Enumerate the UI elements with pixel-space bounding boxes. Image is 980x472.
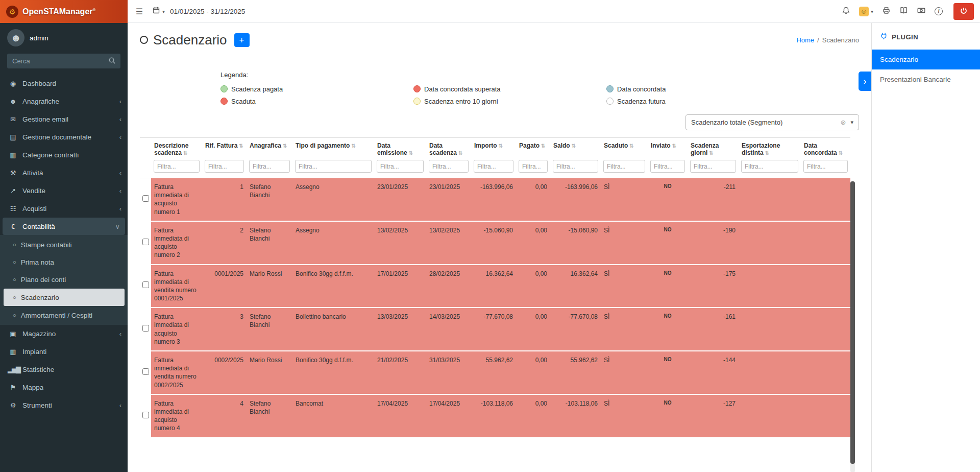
cell-data-emissione: 13/03/2025 xyxy=(374,308,426,351)
sidebar-subitem-stampe-contabili[interactable]: ○Stampe contabili xyxy=(0,236,128,253)
table-row[interactable]: Fattura immediata di acquisto numero 33S… xyxy=(140,308,850,351)
sidebar-subitem-prima-nota[interactable]: ○Prima nota xyxy=(0,253,128,271)
sidebar-item-gestione-email[interactable]: ✉Gestione email‹ xyxy=(0,110,128,128)
cell-anagrafica: Stefano Bianchi xyxy=(247,308,292,351)
circle-icon: ○ xyxy=(13,259,16,265)
services-status-dropdown[interactable]: ☺ ▾ xyxy=(859,7,873,16)
legend-item-scadenza-futura: Scadenza futura xyxy=(606,98,859,105)
sidebar-subitem-ammortamenti-cespiti[interactable]: ○Ammortamenti / Cespiti xyxy=(0,306,128,324)
sidebar-item-vendite[interactable]: ↗Vendite‹ xyxy=(0,182,128,200)
notifications-button[interactable] xyxy=(842,6,850,16)
segment-selector[interactable]: Scadenzario totale (Segmento) ⊗ ▾ xyxy=(685,114,859,130)
cell-esportazione-distinta xyxy=(739,394,801,438)
plugin-item-scadenzario[interactable]: Scadenzario xyxy=(872,50,980,69)
table-row[interactable]: Fattura immediata di acquisto numero 22S… xyxy=(140,221,850,265)
row-checkbox[interactable] xyxy=(142,281,149,288)
column-header-saldo[interactable]: Saldo⇅ xyxy=(550,138,601,158)
column-header-inviato[interactable]: Inviato⇅ xyxy=(648,138,688,158)
cell-scaduto: SÌ xyxy=(601,221,648,265)
sidebar-subitem-piano-dei-conti[interactable]: ○Piano dei conti xyxy=(0,271,128,288)
column-header-data-concordata[interactable]: Data concordata⇅ xyxy=(801,138,850,158)
sidebar-item-magazzino[interactable]: ▣Magazzino‹ xyxy=(0,325,128,343)
column-header-scaduto[interactable]: Scaduto⇅ xyxy=(601,138,648,158)
row-checkbox[interactable] xyxy=(142,412,149,418)
row-checkbox[interactable] xyxy=(142,195,149,202)
sidebar-item-acquisti[interactable]: ☷Acquisti‹ xyxy=(0,200,128,218)
sidebar-item-categorie-contratti[interactable]: ▦Categorie contratti xyxy=(0,146,128,164)
breadcrumb-home-link[interactable]: Home xyxy=(796,36,814,44)
sidebar-item-mappa[interactable]: ⚑Mappa xyxy=(0,379,128,396)
filter-input-data-scadenza[interactable] xyxy=(429,160,469,173)
table-row[interactable]: Fattura immediata di vendita numero 0001… xyxy=(140,265,850,308)
plugin-panel-toggle-button[interactable]: › xyxy=(859,72,871,91)
row-checkbox-cell xyxy=(140,221,151,265)
row-checkbox[interactable] xyxy=(142,368,149,375)
sidebar-item-gestione-documentale[interactable]: ▤Gestione documentale‹ xyxy=(0,128,128,146)
filter-input-esportazione-distinta[interactable] xyxy=(741,160,798,173)
filter-input-data-concordata[interactable] xyxy=(803,160,848,173)
sort-icon: ⇅ xyxy=(672,143,676,149)
docs-button[interactable] xyxy=(899,6,908,16)
chevron-left-icon: ‹ xyxy=(119,133,121,141)
sidebar-item-dashboard[interactable]: ◉Dashboard xyxy=(0,75,128,92)
sidebar-toggle-button[interactable]: ☰ xyxy=(128,0,151,23)
sidebar-item-contabilit[interactable]: €Contabilità∨ xyxy=(3,218,125,235)
column-header-tipo-di-pagamento[interactable]: Tipo di pagamento⇅ xyxy=(292,138,374,158)
column-header-pagato[interactable]: Pagato⇅ xyxy=(516,138,550,158)
column-header-data-scadenza[interactable]: Data scadenza⇅ xyxy=(426,138,471,158)
clear-icon[interactable]: ⊗ xyxy=(841,119,846,126)
sidebar-item-attivit[interactable]: ⚒Attività‹ xyxy=(0,164,128,182)
app-logo[interactable]: ⚙ OpenSTAManager® xyxy=(0,0,128,23)
row-checkbox[interactable] xyxy=(142,325,149,332)
scrollbar-thumb[interactable] xyxy=(850,181,855,464)
date-range[interactable]: 01/01/2025 - 31/12/2025 xyxy=(170,8,245,15)
sidebar-item-strumenti[interactable]: ⚙Strumenti‹ xyxy=(0,396,128,414)
main-region: ☰ ▾ 01/01/2025 - 31/12/2025 ☺ ▾ xyxy=(128,0,980,472)
cell-descrizione-scadenza: Fattura immediata di vendita numero 0001… xyxy=(151,265,202,308)
gear-icon: ⚙ xyxy=(8,402,17,409)
sidebar-item-statistiche[interactable]: ▂▅▇Statistiche xyxy=(0,361,128,379)
plugin-item-presentazioni-bancarie[interactable]: Presentazioni Bancarie xyxy=(872,69,980,89)
period-picker[interactable]: ▾ xyxy=(152,6,165,16)
sidebar-item-impianti[interactable]: ▥Impianti xyxy=(0,343,128,361)
table-row[interactable]: Fattura immediata di acquisto numero 44S… xyxy=(140,394,850,438)
filter-cell xyxy=(516,157,550,178)
logout-button[interactable] xyxy=(953,3,974,20)
column-header-descrizione-scadenza[interactable]: Descrizione scadenza⇅ xyxy=(151,138,202,158)
filter-input-descrizione-scadenza[interactable] xyxy=(154,160,200,173)
filter-input-pagato[interactable] xyxy=(519,160,548,173)
filter-input-data-emissione[interactable] xyxy=(377,160,424,173)
table-row[interactable]: Fattura immediata di acquisto numero 11S… xyxy=(140,178,850,221)
column-header-rif-fattura[interactable]: Rif. Fattura⇅ xyxy=(202,138,247,158)
column-header-data-emissione[interactable]: Data emissione⇅ xyxy=(374,138,426,158)
column-header-anagrafica[interactable]: Anagrafica⇅ xyxy=(247,138,292,158)
table-row[interactable]: Fattura immediata di vendita numero 0002… xyxy=(140,351,850,394)
filter-input-rif-fattura[interactable] xyxy=(205,160,244,173)
sidebar-subitem-scadenzario[interactable]: ○Scadenzario xyxy=(4,289,125,306)
row-checkbox[interactable] xyxy=(142,239,149,245)
sidebar-item-anagrafiche[interactable]: ☻Anagrafiche‹ xyxy=(0,92,128,110)
column-header-scadenza-giorni[interactable]: Scadenza giorni⇅ xyxy=(688,138,739,158)
sidebar-item-label: Magazzino xyxy=(22,330,56,338)
add-record-button[interactable]: + xyxy=(234,33,250,47)
cell-scadenza-giorni: -175 xyxy=(688,265,739,308)
column-header-label: Rif. Fattura xyxy=(205,142,237,149)
column-header-esportazione-distinta[interactable]: Esportazione distinta⇅ xyxy=(739,138,801,158)
filter-input-scaduto[interactable] xyxy=(603,160,645,173)
filter-input-anagrafica[interactable] xyxy=(249,160,290,173)
filter-input-tipo-di-pagamento[interactable] xyxy=(295,160,372,173)
legend-color-dot xyxy=(413,98,421,105)
breadcrumb: Home / Scadenzario xyxy=(796,36,859,44)
filter-input-importo[interactable] xyxy=(474,160,513,173)
filter-input-scadenza-giorni[interactable] xyxy=(690,160,736,173)
search-button[interactable] xyxy=(103,54,120,68)
column-header-importo[interactable]: Importo⇅ xyxy=(471,138,516,158)
page-title: Scadenzario xyxy=(153,32,227,48)
print-button[interactable] xyxy=(882,6,891,16)
billing-button[interactable] xyxy=(917,6,926,16)
info-button[interactable]: i xyxy=(935,7,943,15)
filter-input-saldo[interactable] xyxy=(553,160,598,173)
filter-input-inviato[interactable] xyxy=(650,160,685,173)
plugin-panel-header: PLUGIN xyxy=(872,23,980,50)
search-input[interactable] xyxy=(7,54,103,68)
